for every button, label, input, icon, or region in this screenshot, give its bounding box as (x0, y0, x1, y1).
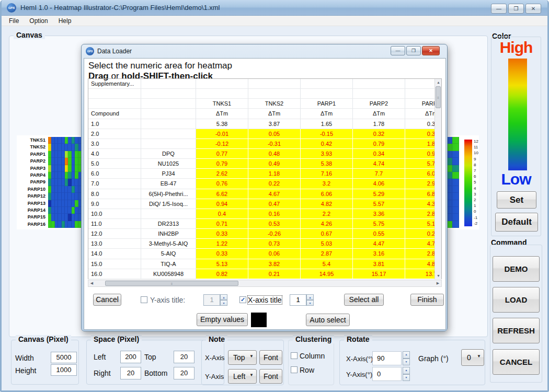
table-cell[interactable]: NU1025 (141, 159, 196, 169)
table-cell[interactable]: 6.62 (196, 189, 248, 199)
table-cell[interactable]: 0.9 (405, 149, 435, 159)
menu-file[interactable]: File (9, 17, 19, 25)
table-cell[interactable]: 0.47 (248, 199, 301, 209)
table-cell[interactable]: 0.4 (196, 209, 248, 219)
menu-help[interactable]: Help (59, 17, 72, 25)
table-cell[interactable]: 7.7 (353, 169, 405, 179)
table-cell[interactable] (405, 79, 435, 89)
table-cell[interactable]: 13.7 (405, 269, 435, 279)
table-cell[interactable] (141, 89, 196, 99)
table-cell[interactable]: PARP3 (405, 99, 435, 109)
table-cell[interactable] (141, 99, 196, 109)
table-cell[interactable]: 3.81 (353, 259, 405, 269)
table-cell[interactable]: PJ34 (141, 169, 196, 179)
table-cell[interactable]: 4.82 (301, 199, 353, 209)
table-cell[interactable]: TNKS2 (248, 99, 301, 109)
window-titlebar[interactable]: GPS HemI 1.0 - Heatmap Illustrator-C:\Pr… (2, 0, 547, 16)
table-cell[interactable]: 0.48 (248, 149, 301, 159)
table-cell[interactable]: 0.3 (405, 119, 435, 129)
table-horizontal-scrollbar[interactable]: ◀ ≡ ▶ (88, 280, 442, 287)
space-top-field[interactable]: 20 (174, 351, 195, 363)
table-cell[interactable]: EB-47 (141, 179, 196, 189)
rotate-y-spinner[interactable]: ▲▼ (403, 367, 410, 381)
dialog-minimize-button[interactable]: — (391, 46, 405, 55)
y-axis-font-button[interactable]: Font (259, 369, 282, 384)
table-cell[interactable] (88, 89, 141, 99)
table-cell[interactable]: 1.18 (248, 169, 301, 179)
table-cell[interactable]: PARP2 (353, 99, 405, 109)
table-cell[interactable]: 16.0 (88, 269, 141, 279)
table-cell[interactable]: 7.16 (301, 169, 353, 179)
table-cell[interactable]: 6(5H)-Phethri... (141, 189, 196, 199)
table-cell[interactable]: ΔTm (196, 109, 248, 119)
table-cell[interactable]: 0.77 (196, 149, 248, 159)
table-cell[interactable] (141, 209, 196, 219)
table-cell[interactable]: 3-Methyl-5-AIQ (141, 239, 196, 249)
scroll-up-arrow[interactable]: ▲ (435, 79, 442, 86)
menu-option[interactable]: Option (29, 17, 48, 25)
table-cell[interactable] (196, 89, 248, 99)
dialog-titlebar[interactable]: GPS Data Loader — ❐ ✕ (82, 44, 447, 58)
table-cell[interactable]: 0.16 (248, 209, 301, 219)
table-cell[interactable]: 0.21 (248, 269, 301, 279)
table-cell[interactable]: 4.06 (353, 179, 405, 189)
table-cell[interactable]: 0.67 (301, 229, 353, 239)
table-cell[interactable]: 6.06 (301, 189, 353, 199)
table-cell[interactable] (141, 129, 196, 139)
table-cell[interactable] (141, 119, 196, 129)
table-cell[interactable]: -0.01 (196, 129, 248, 139)
table-cell[interactable] (248, 89, 301, 99)
table-cell[interactable]: 2.0 (88, 129, 141, 139)
height-field[interactable]: 1000 (51, 364, 77, 376)
table-cell[interactable]: 5-AIQ (141, 249, 196, 259)
table-cell[interactable]: 0.22 (248, 179, 301, 189)
empty-color-swatch[interactable] (251, 313, 267, 327)
table-cell[interactable]: 5.38 (196, 119, 248, 129)
table-cell[interactable]: 5.03 (301, 239, 353, 249)
table-cell[interactable]: 3.0 (88, 139, 141, 149)
table-cell[interactable]: 0.33 (196, 229, 248, 239)
table-cell[interactable]: 0.49 (248, 159, 301, 169)
table-cell[interactable]: 5.13 (196, 259, 248, 269)
x-axis-title-spinner[interactable]: 1 (290, 294, 306, 306)
table-cell[interactable]: DiQ/ 1/5-Isoq... (141, 199, 196, 209)
table-cell[interactable]: DR2313 (141, 219, 196, 229)
table-cell[interactable] (141, 109, 196, 119)
space-left-field[interactable]: 200 (120, 351, 141, 363)
table-cell[interactable]: 0.82 (196, 269, 248, 279)
table-cell[interactable]: 0.32 (353, 129, 405, 139)
table-cell[interactable]: -0.31 (248, 139, 301, 149)
table-cell[interactable]: ΔTm (248, 109, 301, 119)
table-cell[interactable]: 5.29 (353, 189, 405, 199)
table-cell[interactable]: ΔTm (301, 109, 353, 119)
table-cell[interactable]: 2.87 (301, 249, 353, 259)
table-cell[interactable] (405, 89, 435, 99)
y-axis-spinner-arrows[interactable]: ▲▼ (220, 294, 227, 306)
x-axis-position-dropdown[interactable]: Top▼ (228, 350, 257, 365)
table-cell[interactable]: 4.26 (301, 219, 353, 229)
table-cell[interactable]: 0.33 (196, 249, 248, 259)
table-vertical-scrollbar[interactable]: ▲ ≡ ▼ (434, 79, 441, 279)
table-cell[interactable]: 0.2 (405, 229, 435, 239)
table-cell[interactable]: -0.26 (248, 229, 301, 239)
table-cell[interactable]: 5.7 (405, 159, 435, 169)
table-cell[interactable]: TIQ-A (141, 259, 196, 269)
table-cell[interactable]: 5.4 (301, 259, 353, 269)
table-cell[interactable]: 12.0 (88, 229, 141, 239)
table-cell[interactable]: 2.62 (196, 169, 248, 179)
table-cell[interactable]: 0.05 (248, 129, 301, 139)
table-cell[interactable]: 3.82 (248, 259, 301, 269)
x-axis-spinner-arrows[interactable]: ▲▼ (306, 294, 314, 306)
table-cell[interactable]: 5.57 (353, 199, 405, 209)
table-cell[interactable]: 0.79 (196, 159, 248, 169)
close-button[interactable]: ✕ (525, 4, 541, 14)
cmd-refresh-button[interactable]: REFRESH (493, 318, 540, 343)
x-axis-font-button[interactable]: Font (259, 350, 282, 365)
table-cell[interactable]: 0.73 (248, 239, 301, 249)
table-cell[interactable] (141, 79, 196, 89)
table-cell[interactable] (353, 89, 405, 99)
table-cell[interactable]: 8.0 (88, 189, 141, 199)
table-cell[interactable]: 0.55 (353, 229, 405, 239)
auto-select-button[interactable]: Auto select (306, 314, 350, 326)
table-cell[interactable]: 2.8 (405, 209, 435, 219)
